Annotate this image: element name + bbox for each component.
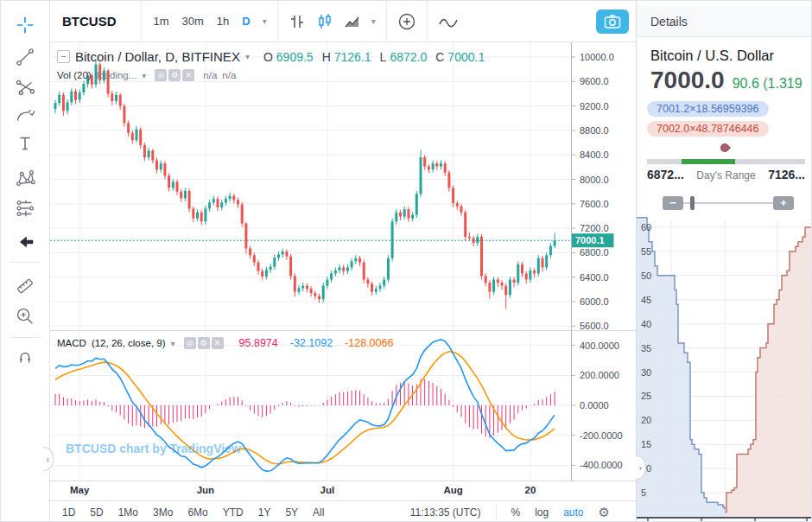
depth-chart-canvas[interactable]: 51015202530354045505560 bbox=[637, 212, 812, 522]
gear-icon[interactable]: ⚙ bbox=[168, 69, 181, 81]
svg-text:Aug: Aug bbox=[443, 485, 462, 495]
series-chevron-down-icon[interactable]: ▾ bbox=[245, 52, 250, 61]
area-style-icon[interactable] bbox=[344, 13, 361, 30]
close-icon[interactable]: ✕ bbox=[182, 69, 194, 81]
camera-icon bbox=[604, 14, 621, 29]
range-button-All[interactable]: All bbox=[313, 506, 324, 519]
bars-style-icon[interactable] bbox=[289, 13, 306, 30]
svg-text:35: 35 bbox=[641, 343, 651, 353]
toolbar-divider bbox=[10, 337, 41, 338]
settings-gear-icon[interactable]: ⚙ bbox=[599, 505, 610, 520]
svg-text:40: 40 bbox=[641, 319, 651, 329]
crosshair-tool-icon[interactable] bbox=[13, 13, 37, 37]
series-legend: − Bitcoin / Dollar, D, BITFINEX ▾ O6909.… bbox=[57, 49, 490, 64]
macd-label[interactable]: MACD bbox=[57, 338, 86, 348]
price-row: 7000.0 90.6 (1.319 bbox=[650, 67, 811, 94]
volume-value: n/a bbox=[203, 70, 217, 80]
zoom-in-tool-icon[interactable] bbox=[13, 304, 37, 328]
volume-chevron-down-icon[interactable]: ▾ bbox=[142, 71, 146, 80]
macd-hist-value: 95.8974 bbox=[239, 337, 278, 349]
details-header: Details bbox=[637, 6, 812, 37]
bid-pill: 7001.2×18.56959396 bbox=[647, 101, 769, 117]
chart-style-group: ▾ bbox=[278, 13, 386, 30]
series-title[interactable]: Bitcoin / Dollar, D, BITFINEX bbox=[75, 49, 240, 64]
close-icon[interactable]: ✕ bbox=[212, 337, 224, 349]
forecast-tool-icon[interactable] bbox=[13, 196, 37, 220]
svg-text:55: 55 bbox=[641, 246, 651, 257]
macd-line-value: -32.1092 bbox=[290, 337, 333, 349]
eye-icon[interactable]: ◎ bbox=[184, 337, 196, 349]
trading-app: BTCUSD 1m30m1hD ▾ ▾ bbox=[0, 0, 812, 522]
svg-text:5: 5 bbox=[641, 487, 646, 498]
brush-tool-icon[interactable] bbox=[13, 104, 37, 128]
macd-chevron-down-icon[interactable]: ▾ bbox=[171, 339, 175, 348]
toolbar-divider bbox=[10, 262, 41, 263]
percent-scale-button[interactable]: % bbox=[511, 506, 521, 519]
macd-legend: MACD (12, 26, close, 9) ▾ ◎ ⚙ ✕ 95.8974 … bbox=[57, 337, 393, 349]
interval-button-D[interactable]: D bbox=[242, 15, 250, 28]
depth-zoom-track[interactable] bbox=[683, 202, 773, 204]
style-chevron-down-icon[interactable]: ▾ bbox=[371, 16, 376, 26]
ruler-measure-icon[interactable] bbox=[13, 274, 37, 298]
compare-plus-icon[interactable] bbox=[397, 12, 416, 31]
log-scale-button[interactable]: log bbox=[535, 506, 549, 519]
range-button-1D[interactable]: 1D bbox=[62, 506, 75, 519]
range-high: 7126... bbox=[768, 168, 805, 181]
snapshot-camera-button[interactable] bbox=[596, 10, 629, 34]
gear-icon[interactable]: ⚙ bbox=[198, 337, 210, 349]
svg-text:8400.0: 8400.0 bbox=[580, 150, 609, 160]
eye-icon[interactable]: ◎ bbox=[155, 69, 167, 81]
svg-text:200.0000: 200.0000 bbox=[580, 370, 619, 380]
candles-style-icon[interactable] bbox=[316, 13, 333, 30]
svg-text:15: 15 bbox=[641, 439, 651, 449]
indicators-wave-icon[interactable] bbox=[438, 14, 459, 29]
svg-text:8000.0: 8000.0 bbox=[580, 175, 609, 185]
interval-button-30m[interactable]: 30m bbox=[182, 15, 204, 28]
range-button-1Mo[interactable]: 1Mo bbox=[118, 506, 138, 519]
clock-utc[interactable]: 11:13:35 (UTC) bbox=[410, 506, 481, 519]
depth-zoom-slider-handle[interactable] bbox=[690, 196, 695, 210]
range-button-1Y[interactable]: 1Y bbox=[258, 506, 271, 519]
svg-text:60: 60 bbox=[641, 222, 651, 232]
svg-text:30: 30 bbox=[641, 367, 651, 378]
xabcd-pattern-icon[interactable] bbox=[13, 166, 37, 190]
range-button-5D[interactable]: 5D bbox=[90, 506, 103, 519]
interval-group: 1m30m1hD bbox=[142, 15, 263, 28]
range-marker-pin bbox=[719, 142, 731, 154]
svg-text:Jul: Jul bbox=[320, 485, 335, 495]
interval-chevron-down-icon[interactable]: ▾ bbox=[263, 16, 267, 26]
depth-zoom-in-button[interactable]: + bbox=[773, 196, 794, 210]
bottom-toolbar: 1D5D1Mo3Mo6MoYTD1Y5YAll 11:13:35 (UTC) %… bbox=[50, 500, 636, 522]
svg-text:6800.0: 6800.0 bbox=[580, 247, 609, 258]
range-button-6Mo[interactable]: 6Mo bbox=[187, 506, 207, 519]
svg-text:20: 20 bbox=[641, 415, 651, 425]
drawing-toolbar bbox=[1, 1, 50, 522]
depth-zoom-out-button[interactable]: − bbox=[663, 196, 683, 210]
volume-legend: Vol (20) loading... ▾ ◎ ⚙ ✕ n/a n/a bbox=[57, 69, 236, 81]
magnet-mode-icon[interactable] bbox=[13, 346, 37, 370]
range-button-3Mo[interactable]: 3Mo bbox=[153, 506, 173, 519]
main-chart-canvas[interactable]: 10000.09600.09200.08800.08400.08000.0760… bbox=[50, 42, 636, 500]
text-tool-icon[interactable] bbox=[13, 131, 37, 156]
gann-fib-tools-icon[interactable] bbox=[13, 75, 37, 99]
interval-button-1m[interactable]: 1m bbox=[154, 15, 169, 28]
chart-area: 10000.09600.09200.08800.08400.08000.0760… bbox=[50, 42, 636, 500]
interval-button-1h[interactable]: 1h bbox=[217, 15, 229, 28]
trend-line-icon[interactable] bbox=[13, 45, 37, 69]
collapse-pane-icon[interactable]: − bbox=[57, 50, 70, 63]
auto-scale-button[interactable]: auto bbox=[563, 506, 583, 519]
toolbar-separator bbox=[496, 506, 497, 519]
range-button-5Y[interactable]: 5Y bbox=[285, 506, 298, 519]
svg-text:May: May bbox=[70, 485, 90, 495]
tradingview-watermark: BTCUSD chart by TradingView bbox=[66, 442, 241, 455]
ask-pill: 7002.0×48.78746446 bbox=[647, 121, 769, 137]
ohlc-values: O6909.5 H7126.1 L6872.0 C7000.1 bbox=[263, 50, 490, 64]
symbol-button[interactable]: BTCUSD bbox=[50, 14, 141, 29]
range-button-YTD[interactable]: YTD bbox=[223, 506, 244, 519]
svg-text:0.0000: 0.0000 bbox=[580, 400, 609, 411]
volume-status: loading... bbox=[97, 70, 137, 80]
undo-arrow-icon[interactable] bbox=[13, 229, 37, 253]
instrument-title: Bitcoin / U.S. Dollar bbox=[650, 48, 774, 64]
details-panel: Details Bitcoin / U.S. Dollar 7000.0 90.… bbox=[636, 1, 812, 522]
svg-text:400.0000: 400.0000 bbox=[580, 341, 619, 351]
